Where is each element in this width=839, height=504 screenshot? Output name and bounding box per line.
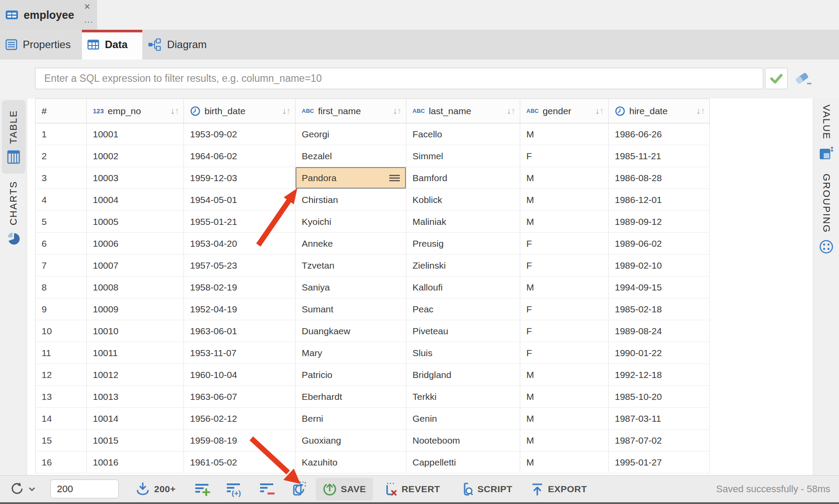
data-cell[interactable]: Maliniak — [406, 211, 520, 232]
data-cell[interactable]: 10002 — [87, 145, 184, 167]
sort-icon[interactable]: ↓↑ — [507, 106, 515, 116]
panel-tab-grouping[interactable]: GROUPING — [814, 174, 838, 254]
data-cell[interactable]: 10012 — [87, 364, 184, 385]
data-cell[interactable]: Peac — [406, 298, 520, 320]
clear-filter-button[interactable] — [793, 72, 814, 87]
data-cell[interactable]: Saniya — [296, 276, 406, 298]
row-number-cell[interactable]: 12 — [35, 364, 87, 385]
data-cell[interactable]: Preusig — [406, 233, 520, 254]
data-cell[interactable]: 1958-02-19 — [184, 276, 296, 298]
data-cell[interactable]: Kyoichi — [296, 211, 406, 232]
row-number-cell[interactable]: 16 — [35, 452, 87, 473]
script-button[interactable]: SCRIPT — [454, 478, 517, 500]
apply-filter-button[interactable] — [765, 68, 788, 89]
row-number-cell[interactable]: 6 — [35, 233, 87, 254]
data-cell[interactable]: 10007 — [87, 255, 184, 276]
row-number-cell[interactable]: 10 — [35, 320, 87, 342]
close-icon[interactable]: × — [84, 1, 90, 12]
data-cell[interactable]: Georgi — [296, 123, 406, 145]
column-header-birth_date[interactable]: birth_date↓↑ — [184, 99, 296, 123]
more-options-icon[interactable]: ... — [84, 15, 93, 24]
row-number-cell[interactable]: 1 — [35, 123, 87, 145]
panel-tab-charts[interactable]: CHARTS — [2, 178, 25, 248]
data-cell[interactable]: 1985-10-20 — [609, 386, 710, 407]
data-cell[interactable]: F — [520, 255, 609, 276]
data-cell[interactable]: Piveteau — [406, 320, 520, 342]
data-cell[interactable]: Bezalel — [296, 145, 406, 167]
data-cell[interactable]: Tzvetan — [296, 255, 406, 276]
data-cell[interactable]: Mary — [296, 342, 406, 364]
refresh-button[interactable] — [7, 479, 38, 499]
data-cell[interactable]: M — [520, 211, 609, 232]
tab-diagram[interactable]: Diagram — [142, 30, 218, 60]
data-cell[interactable]: Bridgland — [406, 364, 520, 385]
delete-row-button[interactable] — [259, 481, 276, 497]
add-row-button[interactable] — [194, 481, 212, 497]
sort-icon[interactable]: ↓↑ — [393, 106, 402, 116]
row-number-cell[interactable]: 2 — [35, 145, 87, 167]
data-cell[interactable]: 1995-01-27 — [609, 452, 710, 473]
data-cell[interactable]: Cappelletti — [406, 452, 520, 473]
data-cell[interactable]: 1986-06-26 — [609, 123, 710, 145]
export-button[interactable]: EXPORT — [526, 479, 591, 500]
panel-tab-value[interactable]: VALUE — [814, 105, 838, 160]
data-cell[interactable]: M — [520, 408, 609, 429]
data-cell[interactable]: M — [520, 452, 609, 473]
data-cell[interactable]: 10004 — [87, 189, 184, 210]
data-cell[interactable]: Genin — [406, 408, 520, 429]
data-cell[interactable]: Eberhardt — [296, 386, 406, 407]
data-cell[interactable]: 10005 — [87, 211, 184, 232]
data-cell[interactable]: Facello — [406, 123, 520, 145]
row-number-cell[interactable]: 8 — [35, 276, 87, 298]
data-cell[interactable]: 1953-11-07 — [184, 342, 296, 364]
row-limit-input[interactable] — [50, 480, 119, 498]
column-header-emp_no[interactable]: 123emp_no↓↑ — [87, 99, 184, 123]
data-cell[interactable]: 1986-08-28 — [609, 167, 710, 189]
data-cell[interactable]: Sluis — [406, 342, 520, 364]
data-cell[interactable]: 1956-02-12 — [184, 408, 296, 429]
data-cell[interactable]: F — [520, 320, 609, 342]
data-cell[interactable]: F — [520, 298, 609, 320]
data-cell[interactable]: 1952-04-19 — [184, 298, 296, 320]
data-cell[interactable]: 1987-07-02 — [609, 430, 710, 451]
column-header-last_name[interactable]: ABClast_name↓↑ — [406, 99, 520, 123]
data-cell[interactable]: M — [520, 123, 609, 145]
tab-data[interactable]: Data — [82, 30, 142, 60]
data-cell[interactable]: 1960-10-04 — [184, 364, 296, 385]
data-cell[interactable]: 1953-09-02 — [184, 123, 296, 145]
column-header-rownum[interactable]: # — [35, 99, 87, 123]
data-cell[interactable]: 10013 — [87, 386, 184, 407]
data-cell[interactable]: Patricio — [296, 364, 406, 385]
data-cell[interactable]: Bamford — [406, 167, 520, 189]
data-cell[interactable]: 10016 — [87, 452, 184, 473]
refresh-row-button[interactable] — [290, 481, 308, 497]
data-cell[interactable]: M — [520, 167, 609, 189]
data-cell[interactable]: Simmel — [406, 145, 520, 167]
sql-filter-input[interactable] — [35, 68, 763, 89]
fetch-more-button[interactable]: 200+ — [131, 478, 180, 500]
data-cell[interactable]: 10011 — [87, 342, 184, 364]
row-number-cell[interactable]: 13 — [35, 386, 87, 407]
column-header-hire_date[interactable]: hire_date↓↑ — [609, 99, 710, 123]
data-cell[interactable]: M — [520, 276, 609, 298]
data-cell[interactable]: F — [520, 145, 609, 167]
row-number-cell[interactable]: 4 — [35, 189, 87, 210]
data-cell[interactable]: 1990-01-22 — [609, 342, 710, 364]
duplicate-row-button[interactable]: (+) — [226, 481, 245, 497]
column-header-first_name[interactable]: ABCfirst_name↓↑ — [296, 99, 406, 123]
data-cell[interactable]: Anneke — [296, 233, 406, 254]
editor-tab-employee[interactable]: employee × ... — [0, 0, 97, 30]
sort-icon[interactable]: ↓↑ — [696, 106, 705, 116]
data-cell[interactable]: Kalloufi — [406, 276, 520, 298]
column-header-gender[interactable]: ABCgender↓↑ — [520, 99, 609, 123]
selected-cell[interactable]: Pandora — [296, 167, 406, 189]
sort-icon[interactable]: ↓↑ — [595, 106, 604, 116]
row-number-cell[interactable]: 3 — [35, 167, 87, 189]
data-cell[interactable]: 1957-05-23 — [184, 255, 296, 276]
data-cell[interactable]: Guoxiang — [296, 430, 406, 451]
data-cell[interactable]: F — [520, 342, 609, 364]
data-cell[interactable]: Chirstian — [296, 189, 406, 210]
data-cell[interactable]: 10009 — [87, 298, 184, 320]
revert-button[interactable]: REVERT — [379, 478, 444, 500]
data-cell[interactable]: 1985-11-21 — [609, 145, 710, 167]
